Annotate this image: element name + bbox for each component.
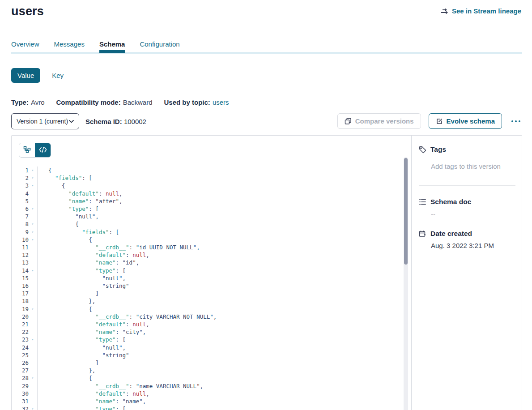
code-line: 12"default": null, bbox=[12, 251, 411, 259]
schema-doc-header: Schema doc bbox=[419, 198, 515, 206]
version-bar: Version 1 (current) Schema ID: 100002 bbox=[11, 113, 146, 129]
code-line: 3▾{ bbox=[12, 182, 411, 189]
view-toggle bbox=[19, 143, 51, 158]
collapse-arrow-slot bbox=[29, 359, 37, 367]
collapse-arrow-slot bbox=[29, 282, 37, 290]
line-number: 28 bbox=[12, 374, 29, 382]
code-text: }, bbox=[48, 297, 95, 305]
collapse-arrow-slot bbox=[29, 259, 37, 266]
line-number: 20 bbox=[12, 313, 29, 320]
code-text: { bbox=[48, 305, 92, 313]
collapse-arrow-icon[interactable]: ▾ bbox=[29, 220, 37, 228]
line-number: 4 bbox=[12, 190, 29, 197]
collapse-arrow-slot bbox=[29, 351, 37, 359]
compare-versions-button[interactable]: Compare versions bbox=[337, 113, 421, 129]
stream-lineage-link[interactable]: See in Stream lineage bbox=[441, 7, 521, 15]
schema-id-value: 100002 bbox=[124, 118, 146, 125]
collapse-arrow-slot bbox=[29, 297, 37, 305]
type-value: Avro bbox=[31, 98, 45, 106]
evolve-schema-button[interactable]: Evolve schema bbox=[429, 113, 502, 129]
line-number: 30 bbox=[12, 390, 29, 397]
line-number: 7 bbox=[12, 213, 29, 220]
schema-viewer: 1▾{2▾"fields": [3▾{4"default": null,5"na… bbox=[12, 136, 411, 410]
schema-doc-value: -- bbox=[431, 210, 515, 218]
code-text: "name": "after", bbox=[48, 197, 123, 205]
collapse-arrow-slot bbox=[29, 290, 37, 297]
tree-view-button[interactable] bbox=[19, 143, 35, 157]
code-text: "default": null, bbox=[48, 251, 149, 259]
list-icon bbox=[419, 198, 426, 205]
code-line: 6▾"type": [ bbox=[12, 205, 411, 213]
code-line: 20"__crdb__": "city VARCHAR NOT NULL", bbox=[12, 313, 411, 320]
code-line: 9▾"fields": [ bbox=[12, 228, 411, 236]
code-line: 14▾"type": [ bbox=[12, 267, 411, 274]
value-tab-button[interactable]: Value bbox=[11, 68, 40, 83]
line-number: 8 bbox=[12, 220, 29, 228]
collapse-arrow-slot bbox=[29, 197, 37, 205]
collapse-arrow-icon[interactable]: ▾ bbox=[29, 267, 37, 274]
tab-overview[interactable]: Overview bbox=[11, 40, 39, 56]
tab-schema[interactable]: Schema bbox=[99, 40, 125, 56]
collapse-arrow-icon[interactable]: ▾ bbox=[29, 405, 37, 410]
collapse-arrow-icon[interactable]: ▾ bbox=[29, 236, 37, 243]
line-number: 15 bbox=[12, 274, 29, 282]
version-select-value: Version 1 (current) bbox=[17, 118, 68, 125]
tab-bar: Overview Messages Schema Configuration bbox=[11, 40, 180, 56]
collapse-arrow-icon[interactable]: ▾ bbox=[29, 205, 37, 213]
collapse-arrow-slot bbox=[29, 367, 37, 374]
line-number: 5 bbox=[12, 197, 29, 205]
line-number: 27 bbox=[12, 367, 29, 374]
code-line: 16"string" bbox=[12, 282, 411, 290]
collapse-arrow-slot bbox=[29, 213, 37, 220]
tags-input[interactable] bbox=[431, 162, 515, 173]
code-scrollbar-track[interactable] bbox=[404, 157, 408, 410]
code-text: "string" bbox=[48, 282, 129, 290]
stream-lineage-label: See in Stream lineage bbox=[452, 7, 521, 15]
page-title: users bbox=[11, 4, 44, 18]
collapse-arrow-icon[interactable]: ▾ bbox=[29, 174, 37, 182]
code-content: 1▾{2▾"fields": [3▾{4"default": null,5"na… bbox=[12, 167, 411, 410]
collapse-arrow-icon[interactable]: ▾ bbox=[29, 228, 37, 236]
code-line: 26] bbox=[12, 359, 411, 367]
line-number: 16 bbox=[12, 282, 29, 290]
topic-link[interactable]: users bbox=[213, 98, 229, 106]
code-text: "string" bbox=[48, 351, 129, 359]
line-number: 10 bbox=[12, 236, 29, 243]
line-number: 24 bbox=[12, 344, 29, 351]
tree-view-icon bbox=[23, 146, 31, 154]
type-label: Type: bbox=[11, 98, 29, 106]
line-number: 19 bbox=[12, 305, 29, 313]
collapse-arrow-slot bbox=[29, 313, 37, 320]
code-view-button[interactable] bbox=[35, 143, 51, 157]
code-text: "name": "id", bbox=[48, 259, 139, 266]
key-tab-button[interactable]: Key bbox=[52, 72, 64, 79]
tab-messages[interactable]: Messages bbox=[54, 40, 85, 56]
version-select[interactable]: Version 1 (current) bbox=[11, 113, 79, 129]
collapse-arrow-icon[interactable]: ▾ bbox=[29, 305, 37, 313]
collapse-arrow-slot bbox=[29, 320, 37, 328]
code-line: 8▾{ bbox=[12, 220, 411, 228]
line-number: 3 bbox=[12, 182, 29, 189]
code-scrollbar-thumb[interactable] bbox=[404, 158, 408, 265]
code-text: "__crdb__": "id UUID NOT NULL", bbox=[48, 243, 200, 251]
calendar-plus-icon bbox=[419, 230, 426, 238]
date-created-header: Date created bbox=[419, 230, 515, 238]
collapse-arrow-icon[interactable]: ▾ bbox=[29, 167, 37, 174]
compatibility-label: Compatibility mode: bbox=[56, 98, 120, 106]
more-options-button[interactable] bbox=[510, 117, 522, 125]
collapse-arrow-icon[interactable]: ▾ bbox=[29, 336, 37, 343]
tab-configuration[interactable]: Configuration bbox=[140, 40, 179, 56]
line-number: 13 bbox=[12, 259, 29, 266]
collapse-arrow-icon[interactable]: ▾ bbox=[29, 374, 37, 382]
tag-icon bbox=[419, 146, 426, 154]
sidebar-divider bbox=[419, 185, 515, 186]
code-text: "__crdb__": "city VARCHAR NOT NULL", bbox=[48, 313, 217, 320]
code-line: 11"__crdb__": "id UUID NOT NULL", bbox=[12, 243, 411, 251]
code-line: 1▾{ bbox=[12, 167, 411, 174]
code-text: }, bbox=[48, 367, 95, 374]
line-number: 6 bbox=[12, 205, 29, 213]
collapse-arrow-icon[interactable]: ▾ bbox=[29, 182, 37, 189]
code-line: 19▾{ bbox=[12, 305, 411, 313]
code-line: 23▾"type": [ bbox=[12, 336, 411, 343]
evolve-schema-label: Evolve schema bbox=[447, 117, 495, 125]
